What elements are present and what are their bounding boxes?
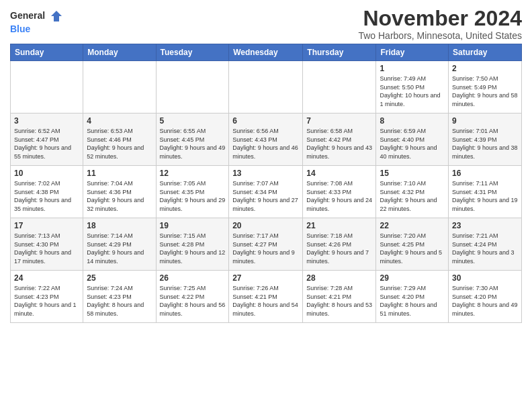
day-number: 4 xyxy=(87,116,152,126)
day-number: 19 xyxy=(160,221,226,230)
calendar-cell: 23Sunrise: 7:21 AMSunset: 4:24 PMDayligh… xyxy=(449,218,522,271)
day-number: 18 xyxy=(87,221,152,230)
calendar-cell: 15Sunrise: 7:10 AMSunset: 4:32 PMDayligh… xyxy=(376,166,449,218)
calendar-cell: 9Sunrise: 7:01 AMSunset: 4:39 PMDaylight… xyxy=(449,113,522,166)
calendar-cell: 29Sunrise: 7:29 AMSunset: 4:20 PMDayligh… xyxy=(376,271,449,323)
day-info: Sunrise: 7:29 AMSunset: 4:20 PMDaylight:… xyxy=(380,284,445,318)
col-friday: Friday xyxy=(376,44,449,61)
calendar-cell: 21Sunrise: 7:18 AMSunset: 4:26 PMDayligh… xyxy=(303,218,376,271)
calendar-cell: 25Sunrise: 7:24 AMSunset: 4:23 PMDayligh… xyxy=(83,271,156,323)
calendar-cell: 5Sunrise: 6:55 AMSunset: 4:45 PMDaylight… xyxy=(156,113,229,166)
calendar-cell xyxy=(156,61,229,113)
calendar-cell: 10Sunrise: 7:02 AMSunset: 4:38 PMDayligh… xyxy=(11,166,83,218)
calendar-cell: 8Sunrise: 6:59 AMSunset: 4:40 PMDaylight… xyxy=(376,113,449,166)
calendar-cell: 16Sunrise: 7:11 AMSunset: 4:31 PMDayligh… xyxy=(449,166,522,218)
day-info: Sunrise: 7:10 AMSunset: 4:32 PMDaylight:… xyxy=(380,179,445,213)
day-info: Sunrise: 7:08 AMSunset: 4:33 PMDaylight:… xyxy=(306,179,372,213)
calendar-cell: 28Sunrise: 7:28 AMSunset: 4:21 PMDayligh… xyxy=(303,271,376,323)
calendar-cell: 22Sunrise: 7:20 AMSunset: 4:25 PMDayligh… xyxy=(376,218,449,271)
day-info: Sunrise: 7:28 AMSunset: 4:21 PMDaylight:… xyxy=(306,284,372,318)
calendar-cell: 3Sunrise: 6:52 AMSunset: 4:47 PMDaylight… xyxy=(11,113,83,166)
calendar-body: 1Sunrise: 7:49 AMSunset: 5:50 PMDaylight… xyxy=(11,61,522,323)
day-info: Sunrise: 7:30 AMSunset: 4:20 PMDaylight:… xyxy=(452,284,518,318)
day-info: Sunrise: 7:21 AMSunset: 4:24 PMDaylight:… xyxy=(452,232,518,265)
day-info: Sunrise: 7:14 AMSunset: 4:29 PMDaylight:… xyxy=(87,232,152,265)
calendar-cell: 11Sunrise: 7:04 AMSunset: 4:36 PMDayligh… xyxy=(83,166,156,218)
day-info: Sunrise: 7:05 AMSunset: 4:35 PMDaylight:… xyxy=(160,179,226,213)
day-info: Sunrise: 7:11 AMSunset: 4:31 PMDaylight:… xyxy=(452,179,518,213)
day-number: 5 xyxy=(160,116,226,126)
col-wednesday: Wednesday xyxy=(229,44,303,61)
day-info: Sunrise: 7:13 AMSunset: 4:30 PMDaylight:… xyxy=(14,232,79,265)
day-number: 16 xyxy=(452,169,518,178)
calendar-cell: 1Sunrise: 7:49 AMSunset: 5:50 PMDaylight… xyxy=(376,61,449,113)
day-info: Sunrise: 7:17 AMSunset: 4:27 PMDaylight:… xyxy=(232,232,299,265)
day-info: Sunrise: 7:22 AMSunset: 4:23 PMDaylight:… xyxy=(14,284,79,318)
day-number: 15 xyxy=(380,169,445,178)
day-number: 12 xyxy=(160,169,226,178)
day-info: Sunrise: 7:26 AMSunset: 4:21 PMDaylight:… xyxy=(232,284,299,318)
calendar-cell: 27Sunrise: 7:26 AMSunset: 4:21 PMDayligh… xyxy=(229,271,303,323)
title-section: November 2024 Two Harbors, Minnesota, Un… xyxy=(358,7,522,41)
calendar-cell: 6Sunrise: 6:56 AMSunset: 4:43 PMDaylight… xyxy=(229,113,303,166)
calendar-cell: 26Sunrise: 7:25 AMSunset: 4:22 PMDayligh… xyxy=(156,271,229,323)
day-number: 3 xyxy=(14,116,79,126)
calendar-cell: 30Sunrise: 7:30 AMSunset: 4:20 PMDayligh… xyxy=(449,271,522,323)
day-number: 1 xyxy=(380,64,445,73)
day-number: 21 xyxy=(306,221,372,230)
calendar-cell xyxy=(83,61,156,113)
calendar-week-3: 10Sunrise: 7:02 AMSunset: 4:38 PMDayligh… xyxy=(11,166,522,218)
day-number: 22 xyxy=(380,221,445,230)
calendar-header-row: Sunday Monday Tuesday Wednesday Thursday… xyxy=(11,44,522,61)
day-info: Sunrise: 7:18 AMSunset: 4:26 PMDaylight:… xyxy=(306,232,372,265)
day-number: 28 xyxy=(306,273,372,283)
day-info: Sunrise: 6:58 AMSunset: 4:42 PMDaylight:… xyxy=(306,127,372,161)
calendar-cell: 24Sunrise: 7:22 AMSunset: 4:23 PMDayligh… xyxy=(11,271,83,323)
day-number: 27 xyxy=(232,273,299,283)
calendar-table: Sunday Monday Tuesday Wednesday Thursday… xyxy=(10,44,522,323)
day-info: Sunrise: 6:59 AMSunset: 4:40 PMDaylight:… xyxy=(380,127,445,161)
day-number: 13 xyxy=(232,169,299,178)
day-number: 11 xyxy=(87,169,152,178)
calendar-cell: 2Sunrise: 7:50 AMSunset: 5:49 PMDaylight… xyxy=(449,61,522,113)
calendar-cell: 20Sunrise: 7:17 AMSunset: 4:27 PMDayligh… xyxy=(229,218,303,271)
day-info: Sunrise: 7:07 AMSunset: 4:34 PMDaylight:… xyxy=(232,179,299,213)
logo-general: General xyxy=(10,9,63,23)
day-info: Sunrise: 7:49 AMSunset: 5:50 PMDaylight:… xyxy=(380,75,445,108)
day-number: 8 xyxy=(380,116,445,126)
day-number: 23 xyxy=(452,221,518,230)
day-number: 24 xyxy=(14,273,79,283)
calendar-cell: 4Sunrise: 6:53 AMSunset: 4:46 PMDaylight… xyxy=(83,113,156,166)
col-tuesday: Tuesday xyxy=(156,44,229,61)
calendar-cell: 7Sunrise: 6:58 AMSunset: 4:42 PMDaylight… xyxy=(303,113,376,166)
day-info: Sunrise: 7:20 AMSunset: 4:25 PMDaylight:… xyxy=(380,232,445,265)
day-number: 29 xyxy=(380,273,445,283)
day-number: 30 xyxy=(452,273,518,283)
calendar-cell: 19Sunrise: 7:15 AMSunset: 4:28 PMDayligh… xyxy=(156,218,229,271)
day-number: 10 xyxy=(14,169,79,178)
day-number: 9 xyxy=(452,116,518,126)
calendar-week-2: 3Sunrise: 6:52 AMSunset: 4:47 PMDaylight… xyxy=(11,113,522,166)
calendar-cell: 13Sunrise: 7:07 AMSunset: 4:34 PMDayligh… xyxy=(229,166,303,218)
svg-marker-0 xyxy=(51,11,62,21)
day-info: Sunrise: 7:01 AMSunset: 4:39 PMDaylight:… xyxy=(452,127,518,161)
calendar-cell xyxy=(11,61,83,113)
calendar-week-4: 17Sunrise: 7:13 AMSunset: 4:30 PMDayligh… xyxy=(11,218,522,271)
calendar-cell xyxy=(303,61,376,113)
calendar-week-1: 1Sunrise: 7:49 AMSunset: 5:50 PMDaylight… xyxy=(11,61,522,113)
day-info: Sunrise: 6:53 AMSunset: 4:46 PMDaylight:… xyxy=(87,127,152,161)
day-info: Sunrise: 7:25 AMSunset: 4:22 PMDaylight:… xyxy=(160,284,226,318)
day-info: Sunrise: 6:52 AMSunset: 4:47 PMDaylight:… xyxy=(14,127,79,161)
day-number: 26 xyxy=(160,273,226,283)
day-number: 7 xyxy=(306,116,372,126)
day-info: Sunrise: 6:56 AMSunset: 4:43 PMDaylight:… xyxy=(232,127,299,161)
calendar-cell: 14Sunrise: 7:08 AMSunset: 4:33 PMDayligh… xyxy=(303,166,376,218)
month-title: November 2024 xyxy=(358,7,522,30)
calendar-cell: 17Sunrise: 7:13 AMSunset: 4:30 PMDayligh… xyxy=(11,218,83,271)
day-number: 17 xyxy=(14,221,79,230)
day-info: Sunrise: 7:04 AMSunset: 4:36 PMDaylight:… xyxy=(87,179,152,213)
day-number: 25 xyxy=(87,273,152,283)
day-info: Sunrise: 7:15 AMSunset: 4:28 PMDaylight:… xyxy=(160,232,226,265)
calendar-cell: 18Sunrise: 7:14 AMSunset: 4:29 PMDayligh… xyxy=(83,218,156,271)
col-saturday: Saturday xyxy=(449,44,522,61)
